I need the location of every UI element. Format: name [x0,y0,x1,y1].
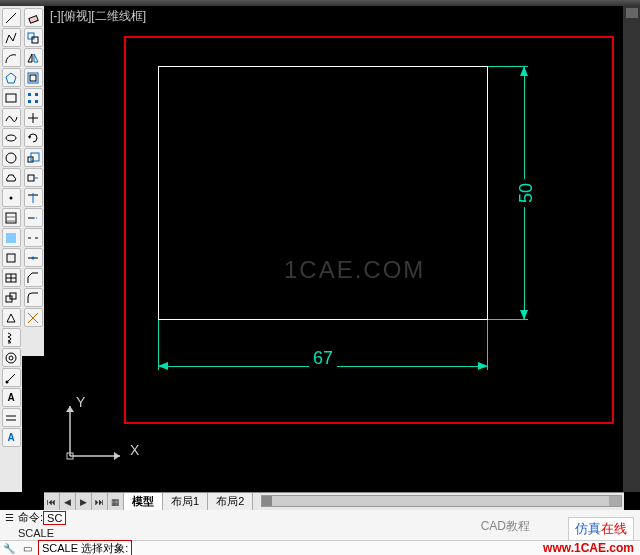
svg-rect-23 [29,15,38,22]
tool-extend[interactable] [24,208,43,227]
svg-marker-56 [66,406,74,412]
cmd-history-icon[interactable]: ☰ [0,511,18,525]
tool-chamfer[interactable] [24,268,43,287]
svg-marker-27 [34,54,38,62]
svg-rect-31 [35,93,38,96]
tool-spline[interactable] [2,108,21,127]
tab-nav-prev[interactable]: ◀ [60,493,76,510]
svg-point-20 [6,380,9,383]
tab-nav-last[interactable]: ⏭ [92,493,108,510]
tool-trim[interactable] [24,188,43,207]
svg-point-5 [10,196,13,199]
tool-hatch[interactable] [2,208,21,227]
hscroll-right-btn[interactable] [609,496,621,506]
tool-point[interactable] [2,188,21,207]
brand-sim-online: 仿真在线 [568,517,634,541]
tab-model[interactable]: 模型 [124,493,163,510]
tab-layout2[interactable]: 布局2 [208,493,253,510]
tool-wipeout[interactable] [2,308,21,327]
svg-point-18 [9,356,13,360]
svg-rect-24 [28,33,34,39]
dimension-vertical[interactable]: 50 [504,66,544,320]
svg-line-50 [33,313,38,318]
modify-toolbar [22,6,44,356]
layout-tabs: ⏮ ◀ ▶ ⏭ ▦ 模型 布局1 布局2 [44,492,624,510]
tool-explode[interactable] [24,308,43,327]
tool-erase[interactable] [24,8,43,27]
command-input[interactable]: SCALE 选择对象: [38,540,132,556]
tool-gradient[interactable] [2,228,21,247]
svg-point-4 [6,153,16,163]
tool-circle[interactable] [2,148,21,167]
tool-arc[interactable] [2,48,21,67]
view-label[interactable]: [-][俯视][二维线框] [50,8,146,25]
svg-rect-39 [28,175,34,181]
dimension-vertical-value: 50 [516,179,537,207]
tool-mirror[interactable] [24,48,43,67]
tool-join[interactable] [24,248,43,267]
dimension-horizontal-value: 67 [309,348,337,369]
tool-array[interactable] [24,88,43,107]
ucs-y-label: Y [76,394,85,410]
svg-rect-32 [28,100,31,103]
draw-toolbar: A A [0,6,22,492]
tool-mline[interactable] [2,408,21,427]
svg-line-49 [28,313,33,318]
tool-move[interactable] [24,108,43,127]
ucs-x-label: X [130,442,139,458]
command-typed-value: SC [43,511,66,525]
tool-table[interactable] [2,268,21,287]
tool-stretch[interactable] [24,168,43,187]
tool-donut[interactable] [2,348,21,367]
tool-revcloud[interactable] [2,168,21,187]
drawing-canvas[interactable]: [-][俯视][二维线框] 1CAE.COM 67 50 [44,6,624,492]
tab-nav-first[interactable]: ⏮ [44,493,60,510]
svg-line-19 [7,374,15,382]
tool-text[interactable]: A [2,428,21,447]
svg-rect-29 [30,75,36,81]
tab-layout1[interactable]: 布局1 [163,493,208,510]
tool-line[interactable] [2,8,21,27]
tool-ellipse[interactable] [2,128,21,147]
horizontal-scrollbar[interactable] [261,495,622,507]
svg-marker-36 [28,136,31,139]
tool-rotate[interactable] [24,128,43,147]
tool-boundary[interactable] [2,288,21,307]
tool-pline[interactable] [2,28,21,47]
cmd-settings-icon[interactable]: 🔧 [0,541,18,555]
vertical-scrollbar[interactable] [624,6,640,492]
svg-line-51 [28,318,33,323]
cmd-window-icon[interactable]: ▭ [18,541,36,555]
svg-rect-25 [32,37,38,43]
hscroll-thumb[interactable] [262,496,272,506]
tool-helix[interactable] [2,328,21,347]
svg-line-0 [6,13,16,23]
tab-model-icon[interactable]: ▦ [108,493,124,510]
tool-region[interactable] [2,248,21,267]
svg-marker-1 [6,73,16,83]
tool-poly[interactable] [2,68,21,87]
tool-offset[interactable] [24,68,43,87]
tool-mtext[interactable]: A [2,388,21,407]
tool-break[interactable] [24,228,43,247]
svg-rect-10 [7,254,15,262]
brand-cad-tutorial: CAD教程 [481,518,530,535]
dimension-horizontal[interactable]: 67 [158,346,488,386]
svg-marker-26 [28,54,32,62]
tool-copy[interactable] [24,28,43,47]
tool-fillet[interactable] [24,288,43,307]
tool-scale[interactable] [24,148,43,167]
tab-nav-next[interactable]: ▶ [76,493,92,510]
command-resolved: SCALE [18,527,54,539]
ucs-icon: X Y [60,396,140,476]
watermark: 1CAE.COM [284,256,425,284]
svg-line-52 [33,318,38,323]
svg-rect-30 [28,93,31,96]
svg-point-48 [32,256,35,259]
scrollbar-thumb[interactable] [626,8,638,18]
tool-ray[interactable] [2,368,21,387]
tool-rect[interactable] [2,88,21,107]
svg-rect-9 [6,233,16,243]
svg-rect-33 [35,100,38,103]
svg-marker-54 [114,452,120,460]
